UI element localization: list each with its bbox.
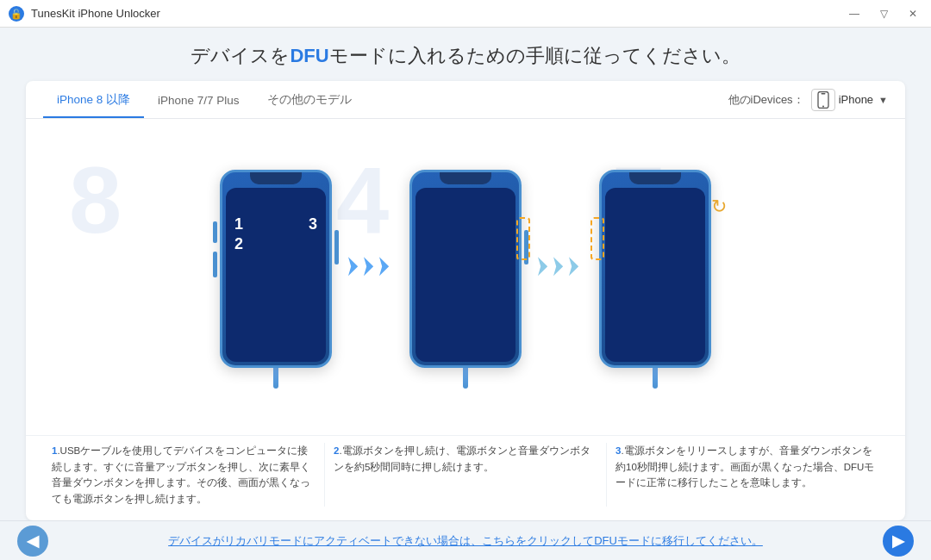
chevron-2-2 bbox=[553, 257, 567, 276]
step-num-1: 1 bbox=[234, 215, 243, 233]
page-heading: デバイスをDFUモードに入れるための手順に従ってください。 bbox=[191, 43, 740, 69]
maximize-button[interactable]: ▽ bbox=[875, 6, 893, 22]
phone-2-notch bbox=[440, 172, 491, 184]
tab-other[interactable]: その他のモデル bbox=[253, 82, 366, 118]
step-text-body-1: USBケーブルを使用してデバイスをコンピュータに接続します。すぐに音量アップボタ… bbox=[52, 445, 310, 503]
back-button[interactable]: ◀ bbox=[17, 526, 48, 557]
watermark-1: 8 bbox=[69, 145, 122, 254]
step-text-3: 3.電源ボタンをリリースしますが、音量ダウンボタンを約10秒間押し続けます。画面… bbox=[607, 443, 888, 507]
window-controls: — ▽ ✕ bbox=[844, 6, 922, 22]
minimize-button[interactable]: — bbox=[844, 6, 865, 22]
chevrons-1 bbox=[348, 257, 393, 276]
tabs-row: iPhone 8 以降 iPhone 7/7 Plus その他のモデル 他のiD… bbox=[26, 81, 905, 119]
app-icon: 🔓 bbox=[9, 6, 24, 22]
phone-3-screen bbox=[605, 188, 705, 362]
phone-1-cable bbox=[273, 368, 278, 389]
bottom-bar: ◀ デバイスがリカバリモードにアクティベートできない場合は、こちらをクリックして… bbox=[0, 520, 931, 560]
phone-icon bbox=[817, 91, 829, 109]
svg-text:🔓: 🔓 bbox=[10, 8, 22, 20]
dashed-highlight-2 bbox=[516, 217, 530, 260]
tab-iphone8[interactable]: iPhone 8 以降 bbox=[43, 82, 144, 118]
step-text-body-2: 電源ボタンを押し続け、電源ボタンと音量ダウンボタンを約5秒間同時に押し続けます。 bbox=[334, 445, 590, 471]
arrow-2 bbox=[530, 257, 590, 302]
step-text-1: 1.USBケーブルを使用してデバイスをコンピュータに接続します。すぐに音量アップ… bbox=[43, 443, 325, 507]
device-icon-box bbox=[811, 89, 835, 111]
phone-step-3: ↻ bbox=[599, 170, 711, 389]
device-name: iPhone bbox=[839, 93, 873, 106]
svg-rect-3 bbox=[821, 93, 825, 95]
main-content: デバイスをDFUモードに入れるための手順に従ってください。 iPhone 8 以… bbox=[0, 28, 931, 560]
chevron-2-1 bbox=[538, 257, 552, 276]
chevron-1-3 bbox=[379, 257, 393, 276]
bottom-link[interactable]: デバイスがリカバリモードにアクティベートできない場合は、こちらをクリックしてDF… bbox=[48, 533, 883, 549]
phone-step-2 bbox=[409, 170, 522, 389]
main-card: iPhone 8 以降 iPhone 7/7 Plus その他のモデル 他のiD… bbox=[26, 81, 905, 520]
arrow-1 bbox=[341, 257, 401, 302]
phone-2-screen bbox=[416, 188, 515, 362]
phone-1: 1 2 3 bbox=[220, 170, 332, 368]
phone-1-screen: 1 2 3 bbox=[226, 188, 326, 362]
svg-point-4 bbox=[822, 105, 824, 107]
step-text-2: 2.電源ボタンを押し続け、電源ボタンと音量ダウンボタンを約5秒間同時に押し続けま… bbox=[325, 443, 607, 507]
rotate-arrow-icon: ↻ bbox=[711, 196, 727, 218]
phone-2 bbox=[409, 170, 522, 368]
chevrons-2 bbox=[538, 257, 583, 276]
phone-3 bbox=[599, 170, 711, 368]
heading-prefix: デバイスを bbox=[191, 45, 290, 66]
step-numbers-1: 1 2 bbox=[234, 215, 243, 253]
app-title: TunesKit iPhone Unlocker bbox=[31, 7, 844, 20]
side-btn-right-1 bbox=[334, 230, 339, 264]
watermark-2: 4 bbox=[336, 145, 389, 254]
close-button[interactable]: ✕ bbox=[903, 6, 922, 22]
dashed-highlight-3 bbox=[590, 217, 604, 260]
next-button[interactable]: ▶ bbox=[883, 526, 914, 557]
step-num-2: 2 bbox=[234, 235, 243, 253]
step-text-body-3: 電源ボタンをリリースしますが、音量ダウンボタンを約10秒間押し続けます。画面が黒… bbox=[615, 445, 874, 488]
phone-3-notch bbox=[629, 172, 681, 184]
tab-iphone7[interactable]: iPhone 7/7 Plus bbox=[144, 84, 253, 117]
chevron-1-2 bbox=[364, 257, 378, 276]
devices-label: 他のiDevices： bbox=[728, 92, 804, 108]
phone-2-cable bbox=[463, 368, 468, 389]
side-btn-left-bot-1 bbox=[213, 252, 217, 277]
phone-3-cable bbox=[653, 368, 658, 389]
phone-1-notch bbox=[250, 172, 302, 184]
phones-area: 8 4 7 1 2 3 bbox=[26, 119, 905, 435]
heading-dfu: DFU bbox=[290, 45, 328, 66]
steps-text: 1.USBケーブルを使用してデバイスをコンピュータに接続します。すぐに音量アップ… bbox=[26, 435, 905, 513]
chevron-1-1 bbox=[348, 257, 362, 276]
dropdown-icon[interactable]: ▼ bbox=[878, 95, 888, 105]
titlebar: 🔓 TunesKit iPhone Unlocker — ▽ ✕ bbox=[0, 0, 931, 28]
heading-suffix: モードに入れるための手順に従ってください。 bbox=[329, 45, 740, 66]
chevron-2-3 bbox=[569, 257, 583, 276]
step-num-3: 3 bbox=[309, 215, 317, 233]
side-btn-left-top-1 bbox=[213, 221, 217, 243]
phone-step-1: 1 2 3 bbox=[220, 170, 332, 389]
